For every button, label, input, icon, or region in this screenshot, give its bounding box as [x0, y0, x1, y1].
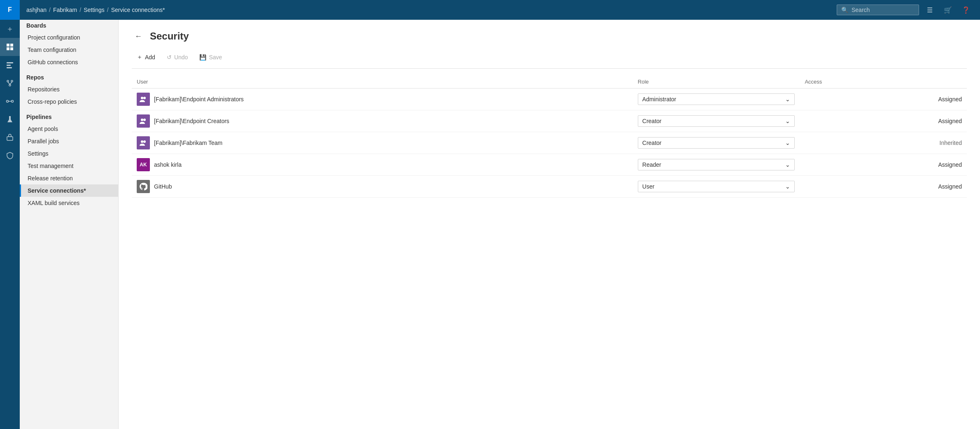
- avatar: [137, 180, 150, 193]
- svg-point-12: [7, 100, 9, 103]
- rail-repos-icon[interactable]: [0, 74, 20, 92]
- sidebar-item-xaml-build[interactable]: XAML build services: [20, 197, 118, 209]
- svg-line-10: [8, 82, 10, 84]
- sidebar-item-team-config[interactable]: Team configuration: [20, 44, 118, 56]
- sidebar-section-pipelines: Pipelines: [20, 108, 118, 123]
- breadcrumb-fabrikam[interactable]: Fabrikam: [53, 7, 77, 13]
- save-icon: 💾: [199, 54, 206, 61]
- rail-add-icon[interactable]: ＋: [0, 20, 20, 38]
- sidebar-section-repos: Repos: [20, 68, 118, 83]
- svg-rect-2: [7, 47, 9, 50]
- add-button[interactable]: ＋ Add: [132, 51, 160, 63]
- user-name: [Fabrikam]\Fabrikam Team: [154, 140, 222, 146]
- svg-line-11: [10, 82, 12, 84]
- col-header-access: Access: [800, 75, 967, 89]
- sidebar-item-project-config[interactable]: Project configuration: [20, 31, 118, 44]
- avatar: [137, 136, 150, 149]
- content-panel: ← Security ＋ Add ↺ Undo 💾 Save User Role: [119, 20, 980, 429]
- sidebar-item-settings[interactable]: Settings: [20, 147, 118, 160]
- svg-point-17: [143, 97, 146, 99]
- access-cell: Assigned: [800, 89, 967, 110]
- role-cell: Creator ⌄: [633, 132, 800, 154]
- security-header: ← Security: [132, 30, 967, 43]
- user-name: ashok kirla: [154, 161, 182, 168]
- breadcrumb-settings[interactable]: Settings: [84, 7, 105, 13]
- undo-button[interactable]: ↺ Undo: [162, 51, 193, 63]
- svg-rect-5: [7, 65, 11, 66]
- settings-list-icon[interactable]: ☰: [922, 2, 937, 17]
- search-box[interactable]: 🔍: [837, 5, 919, 15]
- chevron-down-icon: ⌄: [785, 161, 790, 168]
- avatar: AK: [137, 158, 150, 171]
- back-button[interactable]: ←: [132, 30, 145, 43]
- chevron-down-icon: ⌄: [785, 140, 790, 146]
- svg-rect-3: [10, 47, 13, 50]
- help-icon[interactable]: ❓: [959, 2, 973, 17]
- page-title: Security: [150, 30, 189, 42]
- chevron-down-icon: ⌄: [785, 183, 790, 190]
- svg-point-9: [9, 84, 11, 86]
- svg-point-21: [143, 140, 146, 143]
- access-value: Assigned: [938, 96, 962, 103]
- svg-point-18: [141, 119, 143, 121]
- sidebar-item-cross-repo[interactable]: Cross-repo policies: [20, 96, 118, 108]
- access-value: Assigned: [938, 118, 962, 124]
- access-value: Assigned: [938, 183, 962, 190]
- col-header-role: Role: [633, 75, 800, 89]
- sidebar-item-repositories[interactable]: Repositories: [20, 83, 118, 96]
- rail-security-icon[interactable]: [0, 147, 20, 165]
- user-name: [Fabrikam]\Endpoint Administrators: [154, 96, 244, 103]
- chevron-down-icon: ⌄: [785, 96, 790, 103]
- rail-test-icon[interactable]: [0, 110, 20, 128]
- search-input[interactable]: [852, 7, 915, 13]
- role-dropdown[interactable]: Creator ⌄: [638, 137, 795, 149]
- role-dropdown[interactable]: Administrator ⌄: [638, 93, 795, 105]
- role-value: Reader: [642, 161, 661, 168]
- security-table: User Role Access [Fabrikam]\Endpoint Adm…: [132, 75, 967, 198]
- sidebar-item-github-connections[interactable]: GitHub connections: [20, 56, 118, 68]
- top-nav: ashjhan / Fabrikam / Settings / Service …: [20, 0, 980, 20]
- svg-point-7: [7, 80, 9, 82]
- save-button[interactable]: 💾 Save: [194, 51, 227, 63]
- undo-icon: ↺: [167, 54, 172, 61]
- role-cell: User ⌄: [633, 176, 800, 198]
- toolbar: ＋ Add ↺ Undo 💾 Save: [132, 51, 967, 69]
- table-row: AK ashok kirla Reader ⌄ Assigned: [132, 154, 967, 176]
- role-cell: Reader ⌄: [633, 154, 800, 176]
- app-logo: F: [0, 0, 20, 20]
- user-cell: [Fabrikam]\Endpoint Administrators: [132, 89, 633, 110]
- svg-point-19: [143, 119, 146, 121]
- sidebar-item-test-management[interactable]: Test management: [20, 160, 118, 172]
- role-dropdown[interactable]: User ⌄: [638, 181, 795, 192]
- sidebar-item-parallel-jobs[interactable]: Parallel jobs: [20, 135, 118, 147]
- rail-pipelines-icon[interactable]: [0, 92, 20, 110]
- breadcrumb-service-connections[interactable]: Service connections*: [111, 7, 165, 13]
- svg-rect-6: [7, 67, 12, 68]
- sidebar-item-agent-pools[interactable]: Agent pools: [20, 123, 118, 135]
- role-value: Administrator: [642, 96, 676, 103]
- rail-artifacts-icon[interactable]: [0, 128, 20, 147]
- col-header-user: User: [132, 75, 633, 89]
- sidebar-item-release-retention[interactable]: Release retention: [20, 172, 118, 184]
- svg-point-13: [12, 100, 14, 103]
- role-cell: Administrator ⌄: [633, 89, 800, 110]
- table-row: [Fabrikam]\Endpoint Administrators Admin…: [132, 89, 967, 110]
- breadcrumb-ashjhan[interactable]: ashjhan: [26, 7, 47, 13]
- role-value: User: [642, 183, 655, 190]
- svg-rect-1: [10, 44, 13, 47]
- main-area: ← Security ＋ Add ↺ Undo 💾 Save User Role: [119, 20, 980, 429]
- role-dropdown[interactable]: Reader ⌄: [638, 159, 795, 170]
- breadcrumb: ashjhan / Fabrikam / Settings / Service …: [26, 7, 837, 13]
- user-name: [Fabrikam]\Endpoint Creators: [154, 118, 229, 124]
- role-dropdown[interactable]: Creator ⌄: [638, 115, 795, 127]
- access-value: Assigned: [938, 161, 962, 168]
- svg-rect-0: [7, 44, 9, 47]
- search-icon: 🔍: [841, 7, 848, 13]
- rail-boards-icon[interactable]: [0, 56, 20, 74]
- rail-overview-icon[interactable]: [0, 38, 20, 56]
- sidebar-item-service-connections[interactable]: Service connections*: [20, 184, 118, 197]
- role-value: Creator: [642, 118, 662, 124]
- table-row: [Fabrikam]\Endpoint Creators Creator ⌄ A…: [132, 110, 967, 132]
- basket-icon[interactable]: 🛒: [940, 2, 955, 17]
- svg-point-20: [141, 140, 143, 143]
